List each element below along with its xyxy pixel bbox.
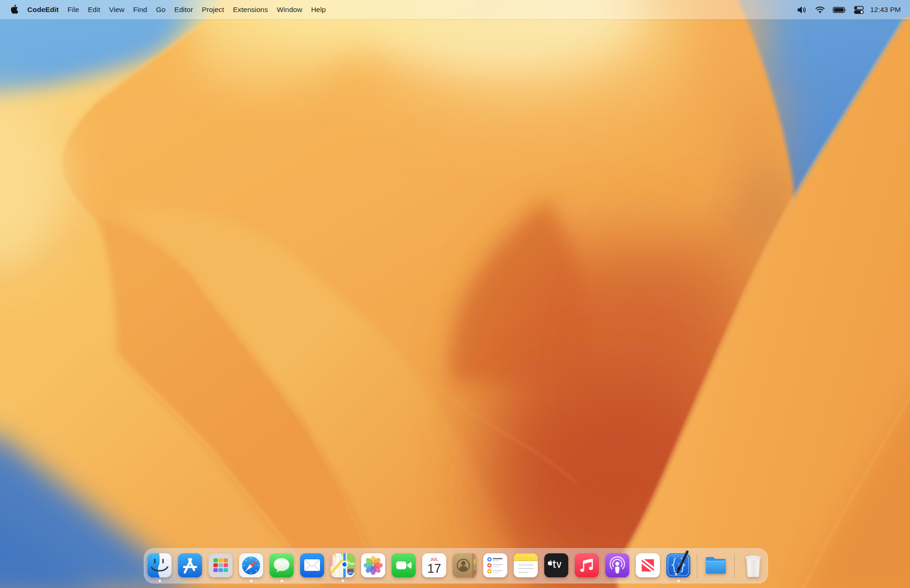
svg-text:17: 17: [427, 562, 441, 576]
svg-text:JUL: JUL: [430, 557, 438, 562]
svg-text:280: 280: [348, 571, 353, 574]
